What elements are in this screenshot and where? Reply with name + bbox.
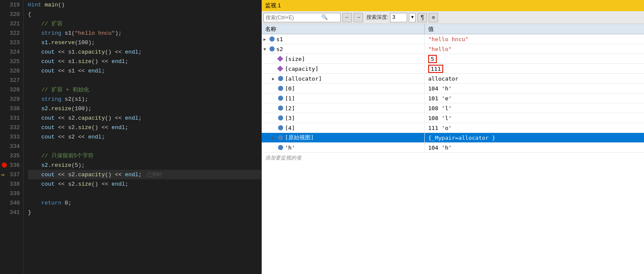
- code-line: cout << s2.size() << endl;: [28, 179, 261, 189]
- diamond-icon: [277, 66, 283, 72]
- watch-row[interactable]: [4]111 'o': [262, 123, 644, 133]
- watch-row-name: ▶ [allocator]: [262, 74, 425, 83]
- watch-row-value: 104 'h': [425, 143, 644, 152]
- code-line: // 只保留前5个字符: [28, 151, 261, 160]
- refresh-button[interactable]: ¶: [417, 13, 427, 22]
- code-line: cout << s2.capacity() << endl;: [28, 113, 261, 123]
- watch-row[interactable]: [size]5: [262, 54, 644, 64]
- watch-row-name: [size]: [262, 54, 425, 63]
- code-line: cout << s1.capacity() << endl;: [28, 47, 261, 57]
- code-editor: 3193203213223233243253263273283293303313…: [0, 0, 262, 274]
- line-number: 325: [0, 57, 23, 66]
- expand-arrow-icon[interactable]: ▼: [263, 47, 269, 51]
- watch-table: 名称 值 ▶ s1"hello hncu"▼ s2"hello"[size]5[…: [262, 24, 644, 274]
- code-line: cout << s2 << endl;: [28, 132, 261, 142]
- watch-row-name-text: [size]: [285, 56, 305, 62]
- watch-row[interactable]: ▶ s1"hello hncu": [262, 34, 644, 44]
- watch-row-name: ▶ s1: [262, 34, 425, 44]
- watch-row-name: [4]: [262, 123, 425, 132]
- depth-label: 搜索深度:: [366, 14, 388, 21]
- watch-row-name: [1]: [262, 93, 425, 103]
- watch-row-name: [capacity]: [262, 64, 425, 73]
- code-line: // 扩容: [28, 19, 261, 28]
- watch-row[interactable]: [capacity]111: [262, 64, 644, 74]
- settings-button[interactable]: ⊞: [429, 13, 438, 22]
- line-number: 340: [0, 198, 23, 208]
- dot-icon: [278, 115, 283, 120]
- search-box[interactable]: 🔍: [263, 13, 341, 22]
- depth-value: 3: [390, 13, 407, 22]
- value-red-box: 111: [428, 65, 443, 73]
- dot-icon: [269, 36, 275, 42]
- dot-icon: [278, 86, 283, 91]
- line-number: 338: [0, 179, 23, 189]
- code-line: cout << s2.size() << endl;: [28, 123, 261, 132]
- line-number: 332: [0, 123, 23, 132]
- line-number: 334: [0, 142, 23, 151]
- line-number: 333: [0, 132, 23, 142]
- watch-title-bar: 监视 1: [262, 0, 644, 11]
- code-line: {: [28, 9, 261, 19]
- dot-icon: [278, 76, 283, 81]
- watch-row-value: 111 'o': [425, 123, 644, 132]
- watch-row-name: [0]: [262, 84, 425, 93]
- dot-icon: [278, 105, 283, 111]
- forward-button[interactable]: →: [354, 13, 363, 22]
- line-number: 331: [0, 113, 23, 123]
- dot-icon: [278, 96, 283, 101]
- line-number: 341: [0, 208, 23, 217]
- code-line: s1.reserve(100);: [28, 38, 261, 47]
- watch-row[interactable]: ▶ [allocator]allocator: [262, 74, 644, 84]
- dot-icon: [278, 125, 283, 130]
- code-line: cout << s1.size() << endl;: [28, 57, 261, 66]
- watch-row-value: "hello hncu": [425, 34, 644, 44]
- line-number: 323: [0, 38, 23, 47]
- line-number: 329: [0, 94, 23, 104]
- code-line: [28, 142, 261, 151]
- expand-arrow-icon[interactable]: ▶: [272, 135, 277, 140]
- watch-row-name-text: 'h': [285, 145, 295, 151]
- code-line: s2.resize(5);: [28, 160, 261, 170]
- watch-row[interactable]: [2]108 'l': [262, 103, 644, 113]
- watch-row-name-text: [4]: [285, 125, 295, 131]
- line-number: 339: [0, 189, 23, 198]
- watch-row[interactable]: ▶ [原始视图]{_Mypair=allocator }: [262, 133, 644, 143]
- watch-row-name-text: [capacity]: [285, 66, 318, 72]
- line-number: 330: [0, 104, 23, 113]
- code-line: cout << s2.capacity() << endl; 已用时: [28, 170, 261, 179]
- depth-dropdown[interactable]: ▼: [409, 13, 416, 22]
- line-numbers: 3193203213223233243253263273283293303313…: [0, 0, 24, 274]
- watch-row[interactable]: [1]101 'e': [262, 93, 644, 103]
- code-line: ⊟int main(): [28, 0, 261, 9]
- watch-header: 名称 值: [262, 24, 644, 34]
- watch-row-value: 108 'l': [425, 113, 644, 123]
- code-line: string s1("hello hncu");: [28, 28, 261, 38]
- watch-row-value: 104 'h': [425, 84, 644, 93]
- watch-row-name-text: [1]: [285, 95, 295, 102]
- watch-row-value: 5: [425, 54, 644, 63]
- add-watch-label[interactable]: 添加要监视的项: [262, 153, 644, 163]
- code-line: [28, 189, 261, 198]
- line-number: 328: [0, 85, 23, 94]
- dot-icon: [269, 46, 275, 51]
- watch-row[interactable]: [0]104 'h': [262, 84, 644, 93]
- watch-row[interactable]: [3]108 'l': [262, 113, 644, 123]
- search-input[interactable]: [266, 15, 321, 21]
- code-line: // 扩容 + 初始化: [28, 85, 261, 94]
- watch-title: 监视 1: [265, 2, 281, 9]
- code-line: }: [28, 208, 261, 217]
- dot-icon: [278, 145, 283, 150]
- expand-arrow-icon[interactable]: ▶: [263, 37, 269, 42]
- expand-arrow-icon[interactable]: ▶: [272, 76, 277, 81]
- watch-row[interactable]: 'h'104 'h': [262, 143, 644, 153]
- watch-row-value: 111: [425, 64, 644, 73]
- line-number: 337: [0, 170, 23, 179]
- code-line: cout << s1 << endl;: [28, 66, 261, 75]
- watch-row[interactable]: ▼ s2"hello": [262, 44, 644, 54]
- back-button[interactable]: ←: [342, 13, 352, 22]
- watch-row-name-text: [2]: [285, 105, 295, 111]
- watch-rows-container: ▶ s1"hello hncu"▼ s2"hello"[size]5[capac…: [262, 34, 644, 153]
- line-number: 326: [0, 66, 23, 75]
- line-number: 319: [0, 0, 23, 9]
- watch-panel: 监视 1 🔍 ← → 搜索深度: 3 ▼ ¶ ⊞ 名称 值 ▶ s1"hello…: [262, 0, 644, 274]
